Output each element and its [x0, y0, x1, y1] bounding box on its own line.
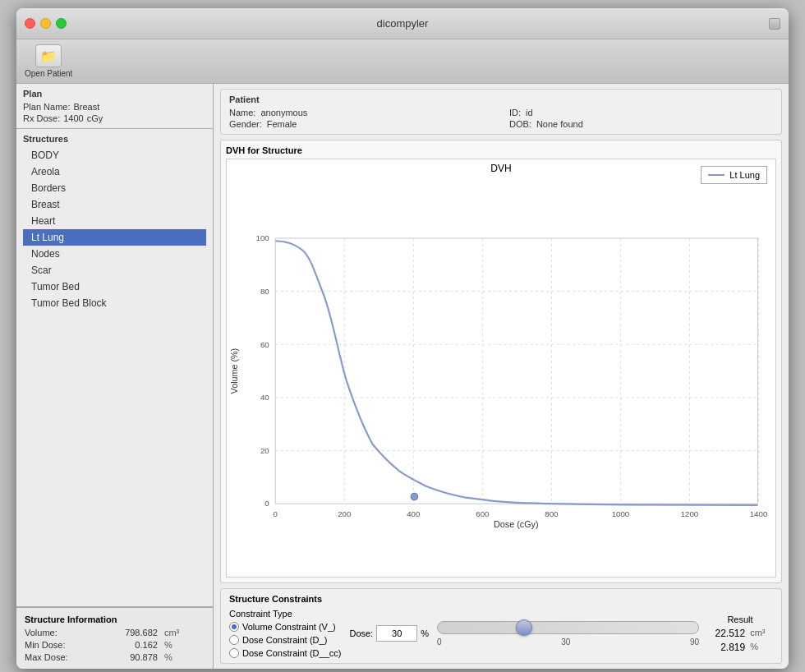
plan-dose-label: Rx Dose: [23, 113, 60, 123]
constraint-type-panel: Constraint Type Volume Constraint (V_) D… [229, 609, 341, 658]
svg-text:100: 100 [256, 233, 270, 242]
volume-unit: cm³ [164, 628, 205, 637]
result-value-2: 2.819 [707, 642, 745, 653]
dose-input-area: Dose: % [349, 625, 429, 642]
struct-item-lt-lung[interactable]: Lt Lung [23, 229, 206, 246]
radio-label-dose-d: Dose Constraint (D_) [242, 635, 327, 645]
legend-label: Lt Lung [729, 170, 760, 180]
result-title: Result [707, 614, 773, 624]
radio-btn-volume[interactable] [229, 622, 239, 632]
slider-min-label: 0 [437, 637, 442, 647]
toolbar: 📁 Open Patient [16, 39, 789, 84]
chart-legend: Lt Lung [701, 166, 767, 184]
dose-input-label: Dose: [349, 628, 373, 638]
svg-text:200: 200 [338, 509, 352, 518]
patient-dob-value: None found [536, 119, 583, 129]
open-patient-label: Open Patient [25, 69, 72, 78]
struct-item-tumor-bed[interactable]: Tumor Bed [23, 278, 206, 295]
slider-thumb[interactable] [516, 619, 532, 636]
main-content: Plan Plan Name: Breast Rx Dose: 1400 cGy… [16, 84, 789, 669]
structure-info: Structure Information Volume: 798.682 cm… [16, 607, 213, 669]
patient-name-row: Name: anonymous [229, 108, 493, 117]
minimize-button[interactable] [40, 18, 51, 29]
plan-dose-unit: cGy [87, 113, 104, 123]
struct-item-tumor-bed-block[interactable]: Tumor Bed Block [23, 295, 206, 311]
struct-item-areola[interactable]: Areola [23, 163, 206, 180]
patient-gender-value: Female [267, 119, 297, 129]
patient-gender-row: Gender: Female [229, 119, 493, 129]
svg-text:1400: 1400 [750, 509, 768, 518]
dose-input-field[interactable] [376, 625, 417, 642]
radio-label-volume: Volume Constraint (V_) [242, 622, 336, 632]
struct-item-heart[interactable]: Heart [23, 213, 206, 229]
svg-text:40: 40 [260, 393, 269, 402]
svg-text:Dose (cGy): Dose (cGy) [494, 519, 538, 529]
folder-icon: 📁 [35, 44, 62, 67]
dvh-chart: DVH Lt Lung [226, 159, 776, 578]
radio-btn-dose-dcc[interactable] [229, 648, 239, 658]
structures-section: Structures BODY Areola Borders Breast He… [16, 129, 213, 607]
structures-list: BODY Areola Borders Breast Heart Lt Lung… [23, 147, 206, 606]
volume-value: 798.682 [99, 628, 158, 637]
max-dose-unit: % [164, 652, 205, 662]
maximize-button[interactable] [56, 18, 67, 29]
patient-name-label: Name: [229, 108, 255, 117]
constraints-section: Structure Constraints Constraint Type Vo… [220, 588, 782, 664]
svg-text:400: 400 [407, 509, 421, 518]
slider-max-label: 90 [690, 637, 699, 647]
result-unit-1: cm³ [750, 628, 773, 639]
svg-point-28 [411, 493, 418, 500]
struct-item-breast[interactable]: Breast [23, 196, 206, 213]
result-unit-2: % [750, 642, 773, 653]
plan-title: Plan [23, 89, 206, 99]
dvh-section: DVH for Structure DVH Lt Lung [220, 140, 782, 583]
plan-section: Plan Plan Name: Breast Rx Dose: 1400 cGy [16, 84, 213, 129]
legend-line [708, 174, 724, 176]
patient-gender-label: Gender: [229, 119, 262, 129]
result-area: Result 22.512 cm³ 2.819 % [707, 614, 773, 653]
volume-label: Volume: [25, 628, 93, 637]
result-value-1: 22.512 [707, 628, 745, 639]
max-dose-label: Max Dose: [25, 652, 93, 662]
struct-item-borders[interactable]: Borders [23, 180, 206, 196]
patient-id-label: ID: [509, 108, 521, 117]
svg-text:0: 0 [274, 509, 278, 518]
svg-text:20: 20 [260, 446, 269, 455]
svg-text:1000: 1000 [612, 509, 630, 518]
struct-item-body[interactable]: BODY [23, 147, 206, 163]
svg-rect-0 [275, 238, 757, 504]
right-panel: Patient Name: anonymous ID: id Gender: F… [214, 84, 789, 669]
open-patient-button[interactable]: 📁 Open Patient [25, 44, 72, 78]
radio-volume-constraint[interactable]: Volume Constraint (V_) [229, 622, 341, 632]
svg-text:80: 80 [260, 287, 269, 296]
radio-label-dose-dcc: Dose Constraint (D__cc) [242, 648, 341, 658]
titlebar: dicompyler [16, 8, 789, 39]
constraint-radio-group: Volume Constraint (V_) Dose Constraint (… [229, 622, 341, 658]
svg-text:Volume (%): Volume (%) [229, 348, 239, 394]
chart-title: DVH [227, 159, 775, 174]
app-title: dicompyler [377, 17, 429, 30]
patient-section: Patient Name: anonymous ID: id Gender: F… [220, 89, 782, 135]
window-button[interactable] [769, 18, 780, 30]
traffic-lights [25, 18, 67, 29]
max-dose-value: 90.878 [99, 652, 158, 662]
patient-title: Patient [229, 94, 773, 104]
plan-name-label: Plan Name: [23, 102, 70, 112]
radio-dose-constraint-dcc[interactable]: Dose Constraint (D__cc) [229, 648, 341, 658]
constraint-slider[interactable] [437, 621, 699, 634]
struct-item-scar[interactable]: Scar [23, 262, 206, 278]
patient-name-value: anonymous [260, 108, 307, 117]
left-panel: Plan Plan Name: Breast Rx Dose: 1400 cGy… [16, 84, 214, 669]
slider-mid-label: 30 [561, 637, 570, 647]
min-dose-value: 0.162 [99, 640, 158, 650]
dvh-title: DVH for Structure [226, 145, 776, 155]
struct-info-title: Structure Information [25, 614, 205, 624]
radio-dose-constraint-d[interactable]: Dose Constraint (D_) [229, 635, 341, 645]
svg-text:0: 0 [264, 499, 269, 508]
plan-dose-value: 1400 [63, 113, 83, 123]
radio-btn-dose-d[interactable] [229, 635, 239, 645]
struct-item-nodes[interactable]: Nodes [23, 246, 206, 262]
constraint-type-title: Constraint Type [229, 609, 341, 619]
min-dose-unit: % [164, 640, 205, 650]
close-button[interactable] [25, 18, 35, 29]
